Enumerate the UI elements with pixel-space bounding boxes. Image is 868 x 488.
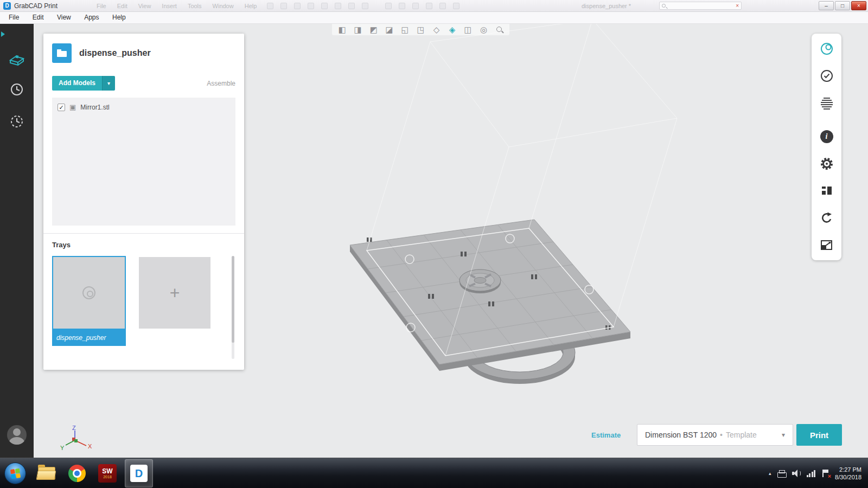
devices-icon[interactable] (777, 470, 786, 477)
tray-thumbnail-selected[interactable] (52, 256, 126, 330)
ghost-menu-item: Edit (117, 3, 127, 9)
axis-z-label: Z (72, 425, 76, 431)
panel-divider (43, 233, 244, 234)
ghost-menu-item: View (138, 3, 151, 9)
print-button[interactable]: Print (796, 424, 842, 446)
taskbar-solidworks[interactable]: SW 2018 (93, 459, 122, 487)
3d-view-button[interactable] (812, 35, 841, 62)
ghost-menu-item: Tools (188, 3, 202, 9)
clock-time: 2:27 PM (835, 466, 861, 473)
background-search-box: × (659, 2, 742, 10)
trays-scrollbar-thumb[interactable] (232, 256, 234, 343)
axis-x-label: X (88, 443, 92, 450)
grabcad-print-window: D GrabCAD Print File Edit View Insert To… (0, 0, 868, 488)
nav-history[interactable] (0, 78, 34, 101)
panel-expand-arrow-icon[interactable] (1, 31, 5, 37)
system-tray: ▴ × 2:27 PM 8/30/2018 (769, 458, 866, 488)
history-clock-icon (9, 82, 24, 97)
taskbar-chrome[interactable] (63, 459, 91, 487)
taskbar-clock[interactable]: 2:27 PM 8/30/2018 (835, 466, 864, 481)
axis-y-label: Y (60, 445, 65, 451)
tray-model-preview-icon (82, 286, 95, 299)
menu-edit[interactable]: Edit (27, 12, 49, 23)
slice-preview-icon (819, 97, 834, 110)
printer-selector-dropdown[interactable]: Dimension BST 1200 • Template ▾ (637, 424, 793, 446)
print-settings-button[interactable] (812, 150, 841, 177)
project-folder-icon (52, 43, 72, 63)
right-toolbar: i (812, 34, 841, 260)
clear-search-icon: × (736, 2, 739, 10)
orient-to-face-icon[interactable]: ◈ (445, 24, 459, 35)
scale-model-button[interactable] (812, 232, 841, 259)
volume-icon[interactable] (792, 470, 801, 477)
taskbar-grabcad-print[interactable]: D (125, 459, 153, 487)
show-hidden-icons[interactable]: ▴ (769, 471, 771, 476)
chrome-icon (68, 465, 86, 482)
menu-bar: File Edit View Apps Help (0, 12, 868, 24)
add-models-dropdown-icon[interactable]: ▾ (102, 76, 115, 91)
network-icon[interactable] (807, 470, 816, 477)
folder-icon (38, 467, 55, 480)
printer-name: Dimension BST 1200 (645, 431, 717, 439)
background-app-menu: File Edit View Insert Tools Window Help (97, 0, 257, 12)
grabcad-print-icon: D (130, 465, 148, 482)
minimize-button[interactable]: – (819, 1, 834, 10)
printer-template-label: Template (726, 431, 757, 439)
info-icon: i (820, 130, 833, 143)
add-models-label[interactable]: Add Models (52, 76, 102, 91)
view-back-icon[interactable]: ◳ (413, 24, 428, 35)
section-view-icon[interactable]: ◎ (476, 24, 491, 35)
action-center-alert-icon[interactable]: × (821, 470, 829, 478)
windows-logo-icon (10, 468, 20, 478)
add-models-button[interactable]: Add Models ▾ (52, 76, 115, 91)
trays-section-label: Trays (52, 241, 71, 249)
maximize-button[interactable]: □ (835, 1, 850, 10)
model-name: Mirror1.stl (80, 104, 109, 111)
orientation-axes: Z X Y (59, 425, 93, 453)
assemble-button[interactable]: Assemble (207, 80, 235, 87)
model-cube-icon: ▣ (69, 103, 76, 111)
window-controls: – □ × (819, 1, 866, 10)
menu-apps[interactable]: Apps (79, 12, 104, 23)
nav-print-tray[interactable] (0, 47, 34, 70)
close-button[interactable]: × (851, 1, 866, 10)
taskbar-file-explorer[interactable] (33, 459, 61, 487)
project-title: dispense_pusher (79, 48, 151, 58)
orient-model-button[interactable] (812, 204, 841, 232)
grabcad-logo-icon: D (3, 2, 11, 10)
print-time-icon (820, 69, 834, 83)
left-navigation-rail (0, 24, 34, 458)
rotate-icon (820, 211, 834, 225)
printer-separator: • (720, 431, 723, 439)
slice-preview-button[interactable] (812, 89, 841, 117)
menu-help[interactable]: Help (107, 12, 131, 23)
clock-date: 8/30/2018 (835, 473, 861, 481)
model-list-item[interactable]: ✓ ▣ Mirror1.stl (52, 98, 235, 117)
show-assembly-icon[interactable]: ◫ (461, 24, 475, 35)
print-tray-icon (8, 51, 25, 66)
gear-icon (820, 157, 834, 171)
model-info-button[interactable]: i (812, 123, 841, 150)
nav-schedule[interactable] (0, 110, 34, 133)
view-isometric-icon[interactable]: ◇ (429, 24, 444, 35)
windows-taskbar: SW 2018 D ▴ × 2:27 PM 8/30/2018 (0, 458, 868, 488)
zoom-fit-icon[interactable] (492, 24, 507, 35)
add-tray-button[interactable]: + (139, 257, 210, 329)
view-left-icon[interactable]: ◧ (335, 24, 349, 35)
background-document-title: dispense_pusher * (582, 3, 631, 9)
model-checkbox[interactable]: ✓ (58, 104, 65, 111)
view-right-icon[interactable]: ◨ (350, 24, 365, 35)
menu-view[interactable]: View (52, 12, 76, 23)
arrange-icon (820, 185, 833, 197)
view-front-icon[interactable]: ◱ (398, 24, 412, 35)
menu-file[interactable]: File (3, 12, 24, 23)
model-list: ✓ ▣ Mirror1.stl (52, 98, 235, 226)
print-time-button[interactable] (812, 62, 841, 89)
start-button[interactable] (4, 463, 26, 484)
view-top-icon[interactable]: ◩ (366, 24, 381, 35)
chevron-down-icon: ▾ (782, 431, 785, 439)
view-bottom-icon[interactable]: ◪ (382, 24, 397, 35)
estimate-link[interactable]: Estimate (591, 431, 621, 439)
user-avatar[interactable] (7, 425, 27, 445)
arrange-models-button[interactable] (812, 177, 841, 204)
